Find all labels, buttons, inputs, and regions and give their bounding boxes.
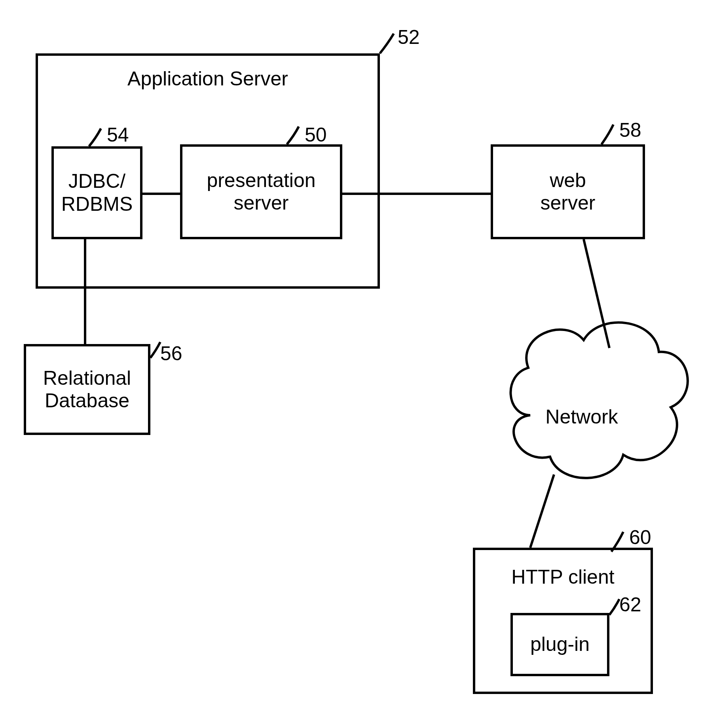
- tick-58: [601, 125, 613, 144]
- web-server-box: web server: [491, 144, 645, 239]
- ref-54: 54: [107, 123, 129, 146]
- ref-50: 50: [305, 123, 327, 146]
- jdbc-rdbms-box: JDBC/ RDBMS: [51, 146, 142, 239]
- tick-56: [150, 342, 160, 358]
- presentation-server-box: presentation server: [180, 144, 342, 239]
- tick-52: [380, 34, 394, 53]
- ref-60: 60: [629, 526, 651, 549]
- ref-56: 56: [160, 342, 182, 365]
- conn-web-network: [584, 239, 609, 348]
- diagram-canvas: Application Server JDBC/ RDBMS presentat…: [0, 0, 702, 728]
- application-server-label: Application Server: [127, 68, 288, 91]
- conn-network-http: [530, 475, 554, 548]
- plugin-box: plug-in: [510, 613, 609, 676]
- network-label: Network: [532, 405, 631, 428]
- network-cloud: [510, 323, 687, 478]
- relational-database-box: Relational Database: [24, 344, 150, 435]
- http-client-label: HTTP client: [511, 566, 614, 589]
- ref-58: 58: [619, 119, 641, 142]
- ref-62: 62: [619, 593, 641, 616]
- ref-52: 52: [398, 26, 420, 49]
